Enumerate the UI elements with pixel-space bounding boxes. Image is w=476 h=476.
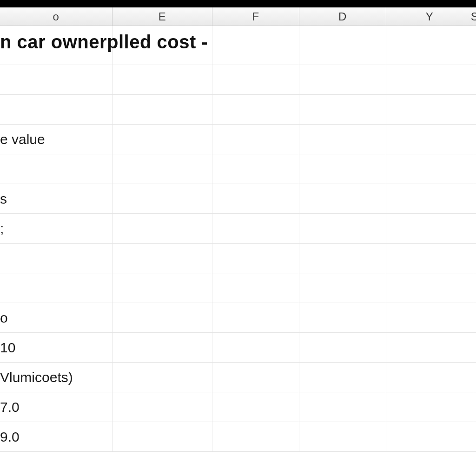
grid-cell[interactable]	[0, 244, 112, 273]
grid-cell[interactable]: Vlumicoets)	[0, 363, 112, 392]
grid-cell[interactable]	[212, 244, 299, 273]
grid-cell[interactable]	[386, 273, 473, 303]
grid-cell[interactable]	[386, 244, 473, 273]
grid-cell[interactable]	[112, 422, 212, 451]
grid-cell[interactable]	[473, 214, 476, 243]
grid-cell[interactable]	[112, 392, 212, 422]
grid-cell[interactable]	[299, 422, 386, 451]
grid-cell[interactable]	[212, 392, 299, 422]
grid-cell[interactable]	[473, 303, 476, 332]
spreadsheet-area: o E F D Y S n car ownerplled cost -	[0, 7, 476, 476]
column-header[interactable]: D	[299, 7, 386, 26]
grid-cell[interactable]	[112, 303, 212, 332]
grid-cell[interactable]	[212, 363, 299, 392]
grid-cell[interactable]	[386, 214, 473, 243]
grid-cell[interactable]	[473, 392, 476, 422]
grid-cell[interactable]	[112, 125, 212, 154]
grid-cell[interactable]	[212, 273, 299, 303]
grid-cell[interactable]	[112, 244, 212, 273]
grid-cell[interactable]: e value	[0, 125, 112, 154]
grid-cell[interactable]	[299, 65, 386, 94]
grid-cell[interactable]	[386, 95, 473, 124]
grid-cell[interactable]	[473, 65, 476, 94]
grid-cell[interactable]	[112, 333, 212, 362]
grid-cell[interactable]	[299, 392, 386, 422]
column-header[interactable]: F	[212, 7, 299, 26]
cell-text: 7.0	[0, 399, 20, 415]
cell-text: o	[0, 310, 8, 326]
grid-row: ;	[0, 214, 476, 244]
column-header[interactable]: o	[0, 7, 112, 26]
grid-cell[interactable]	[386, 26, 473, 65]
grid-cell[interactable]: 7.0	[0, 392, 112, 422]
grid-cell[interactable]	[299, 154, 386, 184]
grid-cell[interactable]	[473, 422, 476, 451]
grid-cell[interactable]	[299, 95, 386, 124]
grid-cell[interactable]	[299, 244, 386, 273]
grid-cell[interactable]	[112, 65, 212, 94]
grid-cell[interactable]	[473, 184, 476, 213]
grid-cell[interactable]	[212, 422, 299, 451]
grid-cell[interactable]	[299, 273, 386, 303]
grid-cell[interactable]	[299, 303, 386, 332]
grid-cell[interactable]	[112, 26, 212, 65]
cell-text: e value	[0, 132, 45, 147]
column-header[interactable]: E	[112, 7, 212, 26]
grid-cell[interactable]	[386, 392, 473, 422]
grid-cell[interactable]	[473, 363, 476, 392]
grid-cell[interactable]	[473, 333, 476, 362]
grid-cell[interactable]	[299, 125, 386, 154]
grid-cell[interactable]	[386, 422, 473, 451]
column-header[interactable]: Y	[386, 7, 473, 26]
grid-cell[interactable]	[473, 95, 476, 124]
grid-cell[interactable]	[112, 95, 212, 124]
grid-cell[interactable]	[212, 184, 299, 213]
grid-cell[interactable]	[212, 95, 299, 124]
grid-cell[interactable]	[473, 244, 476, 273]
grid-row: e value	[0, 125, 476, 154]
grid-cell[interactable]	[473, 273, 476, 303]
window-title-bar	[0, 0, 476, 7]
grid-cell[interactable]: ;	[0, 214, 112, 243]
grid-cell[interactable]	[386, 333, 473, 362]
grid-cell[interactable]	[212, 333, 299, 362]
grid-cell[interactable]	[473, 154, 476, 184]
grid-cell[interactable]	[112, 273, 212, 303]
column-header[interactable]: S	[473, 7, 476, 26]
grid-cell[interactable]: 10	[0, 333, 112, 362]
grid-cell[interactable]	[212, 65, 299, 94]
grid-cell[interactable]	[212, 154, 299, 184]
grid-cell[interactable]	[473, 26, 476, 65]
grid-cell[interactable]	[0, 95, 112, 124]
grid-cell[interactable]	[0, 65, 112, 94]
grid-cell[interactable]	[386, 125, 473, 154]
grid-cell[interactable]	[299, 333, 386, 362]
grid-cell[interactable]	[386, 65, 473, 94]
cell-text: Vlumicoets)	[0, 370, 73, 385]
grid-cell[interactable]	[299, 363, 386, 392]
grid-cell[interactable]	[0, 273, 112, 303]
grid-cell[interactable]	[386, 303, 473, 332]
grid-cell[interactable]	[386, 154, 473, 184]
grid-cell[interactable]	[212, 303, 299, 332]
grid-cell[interactable]: n car ownerplled cost -	[0, 26, 112, 65]
grid-cell[interactable]	[299, 184, 386, 213]
column-header-label: D	[338, 10, 347, 23]
grid-cell[interactable]: o	[0, 303, 112, 332]
grid-row: 10	[0, 333, 476, 363]
grid-cell[interactable]	[473, 125, 476, 154]
grid-cell[interactable]	[212, 125, 299, 154]
grid-cell[interactable]	[112, 184, 212, 213]
grid-cell[interactable]	[112, 363, 212, 392]
grid-cell[interactable]: s	[0, 184, 112, 213]
grid-cell[interactable]	[386, 363, 473, 392]
grid-cell[interactable]	[112, 214, 212, 243]
grid-cell[interactable]	[112, 154, 212, 184]
grid-cell[interactable]	[0, 154, 112, 184]
grid-cell[interactable]	[386, 184, 473, 213]
grid-cell[interactable]	[212, 214, 299, 243]
grid-cell[interactable]: 9.0	[0, 422, 112, 451]
grid-cell[interactable]	[299, 214, 386, 243]
grid-cell[interactable]	[212, 26, 299, 65]
grid-cell[interactable]	[299, 26, 386, 65]
